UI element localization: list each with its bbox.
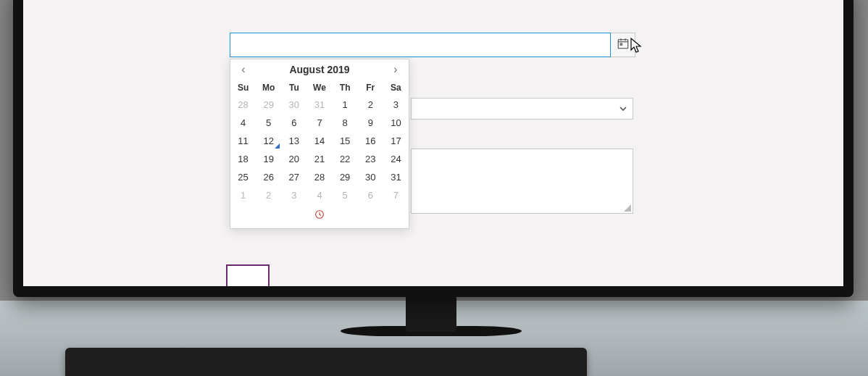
dropdown-field[interactable]	[411, 98, 633, 120]
calendar-weekday: Tu	[281, 80, 306, 96]
calendar-grid: SuMoTuWeThFrSa 2829303112345678910111213…	[230, 80, 409, 204]
calendar-day[interactable]: 12	[256, 132, 281, 150]
calendar-day[interactable]: 9	[358, 114, 383, 132]
calendar-weekday: Th	[333, 80, 358, 96]
svg-rect-0	[618, 40, 628, 49]
chevron-right-icon: ›	[393, 63, 397, 76]
calendar-day[interactable]: 5	[256, 114, 281, 132]
calendar-day[interactable]: 28	[230, 96, 256, 114]
calendar-day[interactable]: 2	[256, 186, 281, 204]
mouse-cursor-icon	[630, 37, 644, 57]
calendar-day[interactable]: 16	[358, 132, 383, 150]
calendar-day[interactable]: 14	[306, 132, 332, 150]
date-picker-button[interactable]	[611, 33, 635, 57]
calendar-day[interactable]: 6	[358, 186, 383, 204]
chevron-left-icon: ‹	[241, 63, 245, 76]
calendar-header: ‹ August 2019 ›	[230, 62, 409, 80]
calendar-icon	[617, 37, 630, 53]
date-input[interactable]	[230, 33, 611, 57]
calendar-day[interactable]: 3	[383, 96, 409, 114]
calendar-day[interactable]: 30	[281, 96, 306, 114]
calendar-day[interactable]: 3	[281, 186, 306, 204]
clock-icon	[314, 212, 325, 222]
calendar-day[interactable]: 31	[306, 96, 332, 114]
textarea-field[interactable]	[411, 149, 633, 214]
calendar-day[interactable]: 30	[358, 168, 383, 186]
time-picker-button[interactable]	[314, 212, 325, 222]
calendar-day[interactable]: 6	[281, 114, 306, 132]
date-input-row	[230, 33, 635, 57]
calendar-weekday: Sa	[383, 80, 409, 96]
calendar-day[interactable]: 23	[358, 150, 383, 168]
calendar-weekday: We	[306, 80, 332, 96]
calendar-day[interactable]: 29	[333, 168, 358, 186]
calendar-day[interactable]: 7	[306, 114, 332, 132]
calendar-footer	[230, 204, 409, 228]
calendar-day[interactable]: 15	[333, 132, 358, 150]
calendar-day[interactable]: 5	[333, 186, 358, 204]
calendar-day[interactable]: 26	[256, 168, 281, 186]
calendar-day[interactable]: 11	[230, 132, 256, 150]
calendar-weekday: Mo	[256, 80, 281, 96]
calendar-day[interactable]: 13	[281, 132, 306, 150]
calendar-weekday: Fr	[358, 80, 383, 96]
calendar-day[interactable]: 4	[306, 186, 332, 204]
calendar-day[interactable]: 19	[256, 150, 281, 168]
calendar-day[interactable]: 2	[358, 96, 383, 114]
partial-button-bottom[interactable]	[226, 264, 270, 286]
calendar-day[interactable]: 1	[333, 96, 358, 114]
calendar-day[interactable]: 25	[230, 168, 256, 186]
prev-month-button[interactable]: ‹	[236, 62, 251, 77]
monitor-stand-neck	[406, 296, 456, 332]
svg-rect-1	[620, 43, 622, 45]
calendar-popup: ‹ August 2019 › SuMoTuWeThFrSa 282930311…	[230, 59, 409, 229]
calendar-day[interactable]: 18	[230, 150, 256, 168]
calendar-day[interactable]: 21	[306, 150, 332, 168]
calendar-title[interactable]: August 2019	[289, 64, 349, 75]
calendar-day[interactable]: 31	[383, 168, 409, 186]
calendar-day[interactable]: 17	[383, 132, 409, 150]
calendar-day[interactable]: 10	[383, 114, 409, 132]
keyboard	[65, 348, 587, 376]
calendar-day[interactable]: 28	[306, 168, 332, 186]
calendar-day[interactable]: 7	[383, 186, 409, 204]
calendar-day[interactable]: 27	[281, 168, 306, 186]
calendar-weekday: Su	[230, 80, 256, 96]
calendar-day[interactable]: 8	[333, 114, 358, 132]
chevron-down-icon	[618, 104, 628, 117]
calendar-day[interactable]: 20	[281, 150, 306, 168]
calendar-day[interactable]: 22	[333, 150, 358, 168]
calendar-day[interactable]: 29	[256, 96, 281, 114]
calendar-day[interactable]: 4	[230, 114, 256, 132]
resize-grip-icon[interactable]	[624, 204, 631, 212]
calendar-day[interactable]: 1	[230, 186, 256, 204]
calendar-day[interactable]: 24	[383, 150, 409, 168]
screen: ‹ August 2019 › SuMoTuWeThFrSa 282930311…	[23, 0, 843, 286]
next-month-button[interactable]: ›	[388, 62, 403, 77]
form-area: ‹ August 2019 › SuMoTuWeThFrSa 282930311…	[230, 33, 635, 57]
